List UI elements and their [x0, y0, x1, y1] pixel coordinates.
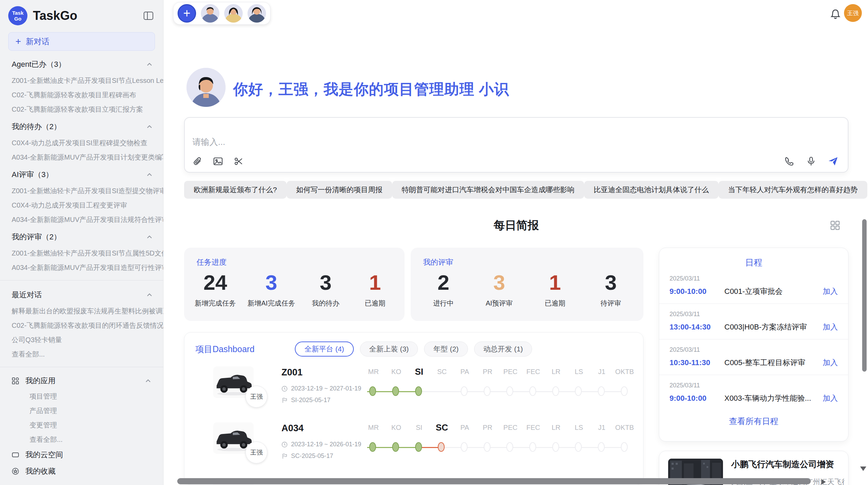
milestone-label: PR: [476, 365, 499, 378]
task-progress-stats: 24新增完成任务 3新增AI完成任务 3我的待办 1已逾期: [184, 270, 405, 308]
add-agent-button[interactable]: +: [178, 4, 196, 23]
project-row-a034[interactable]: 王强 A034 2023-12-19 ~ 2026-01-19 SC-2025-…: [184, 421, 643, 476]
layout-grid-icon[interactable]: [830, 220, 842, 232]
scissors-icon[interactable]: [233, 156, 244, 167]
milestone-label: J1: [590, 421, 613, 434]
sidebar-collapse-icon[interactable]: [143, 10, 154, 22]
stat-value: 3: [307, 270, 345, 295]
join-link[interactable]: 加入: [823, 393, 838, 403]
chat-input-card: [184, 117, 848, 173]
sidebar-item[interactable]: Z001-全新燃油轻卡产品开发项目SI造型提交物评审: [0, 184, 163, 198]
tab-powertrain[interactable]: 动总开发 (1): [474, 341, 532, 357]
stat-label: 已逾期: [356, 299, 394, 308]
chevron-up-icon[interactable]: [146, 123, 153, 130]
cloud-space-label: 我的云空间: [25, 450, 152, 460]
join-link[interactable]: 加入: [823, 322, 838, 332]
group-title: 我的评审（2）: [12, 232, 61, 242]
image-icon[interactable]: [212, 156, 224, 167]
schedule-item: 2025/03/11 9:00-10:00 X003-车辆动力学性能验... 加…: [659, 375, 848, 410]
scroll-down-arrow-icon[interactable]: [860, 467, 866, 471]
schedule-time: 9:00-10:00: [670, 394, 724, 403]
chevron-up-icon[interactable]: [146, 291, 153, 298]
schedule-name: C005-整车工程目标评审: [724, 358, 823, 368]
project-row-z001[interactable]: 王强 Z001 2023-12-19 ~ 2027-01-19 SI-2025-…: [184, 365, 643, 420]
stat-value: 3: [248, 270, 295, 295]
stat-label: 我的待办: [307, 299, 345, 308]
milestone-label: LS: [567, 365, 590, 378]
stat-label: 待评审: [592, 299, 630, 308]
agent-avatar-3[interactable]: [248, 4, 266, 23]
scroll-right-arrow-icon[interactable]: [821, 479, 826, 485]
phone-icon[interactable]: [783, 156, 795, 167]
owner-name: 王强: [250, 448, 263, 457]
schedule-card: 日程 2025/03/11 9:00-10:00 C001-立项审批会 加入 2…: [659, 248, 848, 442]
milestone-label: FEC: [522, 365, 545, 378]
sidebar: Task Go TaskGo + 新对话 Agent已办（3） Z001-全新燃…: [0, 0, 164, 485]
chevron-up-icon[interactable]: [146, 171, 153, 178]
stat-label: 进行中: [424, 299, 462, 308]
sidebar-item[interactable]: A034-全新新能源MUV产品开发项目法规符合性评审: [0, 212, 163, 227]
my-review-stats: 2进行中 3AI预评审 1已逾期 3待评审: [411, 270, 643, 308]
schedule-time: 9:00-10:00: [670, 287, 724, 296]
suggestion-chip[interactable]: 比亚迪全固态电池计划具体说了什么: [584, 181, 719, 199]
sidebar-item-my-apps[interactable]: 我的应用: [0, 373, 163, 389]
send-icon[interactable]: [827, 156, 839, 167]
microphone-icon[interactable]: [805, 156, 817, 167]
sidebar-item[interactable]: A034-全新新能源MUV产品开发项目造型可行性评审: [0, 260, 163, 275]
app-item-project-mgmt[interactable]: 项目管理: [0, 389, 163, 403]
view-all-schedule-link[interactable]: 查看所有日程: [659, 416, 848, 427]
notification-bell-icon[interactable]: [830, 8, 843, 22]
sidebar-item[interactable]: C0X4-动力总成开发项目工程变更评审: [0, 198, 163, 212]
recent-chat-item[interactable]: 公司Q3轻卡销量: [0, 333, 163, 347]
sidebar-item[interactable]: C02-飞腾新能源轻客改款项目立项汇报方案: [0, 102, 163, 116]
chat-input[interactable]: [192, 137, 604, 147]
project-flag-date: SI-2025-05-17: [281, 397, 330, 404]
app-item-change-mgmt[interactable]: 变更管理: [0, 418, 163, 432]
milestone-labels: MRKOSISCPAPRPECFECLRLSJ1OKTB: [362, 365, 636, 378]
sidebar-item[interactable]: Z001-全新燃油轻卡产品开发项目SI节点属性5D文件评审: [0, 246, 163, 260]
group-ai-review[interactable]: AI评审（3）: [0, 166, 163, 184]
greeting-text: 你好，王强，我是你的项目管理助理 小识: [233, 79, 509, 99]
suggestion-chip[interactable]: 当下年轻人对汽车外观有怎样的喜好趋势: [719, 181, 867, 199]
suggestion-chip[interactable]: 特朗普可能对进口汽车增税会对中国车企造成哪些影响: [392, 181, 584, 199]
group-my-review[interactable]: 我的评审（2）: [0, 228, 163, 246]
tab-model-year[interactable]: 年型 (2): [424, 341, 468, 357]
chevron-up-icon[interactable]: [146, 61, 153, 68]
join-link[interactable]: 加入: [823, 358, 838, 368]
schedule-name: C001-立项审批会: [724, 286, 823, 297]
schedule-name: X003-车辆动力学性能验...: [724, 393, 823, 403]
group-my-todo[interactable]: 我的待办（2）: [0, 118, 163, 136]
sidebar-item-favorites[interactable]: 我的收藏: [0, 463, 163, 480]
milestone-dot: [621, 442, 628, 452]
recent-chat-item[interactable]: 解释最新出台的欧盟报废车法规再生塑料比例被调至15%...: [0, 304, 163, 318]
recent-chat-item[interactable]: C02-飞腾新能源轻客改款项目的闭环通告反馈情况: [0, 318, 163, 333]
join-link[interactable]: 加入: [823, 286, 838, 297]
new-chat-button[interactable]: + 新对话: [8, 32, 155, 51]
milestone-label: OKTB: [613, 365, 636, 378]
app-item-product-mgmt[interactable]: 产品管理: [0, 403, 163, 418]
suggestion-chip[interactable]: 如何写一份清晰的项目周报: [287, 181, 392, 199]
paperclip-icon[interactable]: [192, 156, 203, 167]
apps-view-all[interactable]: 查看全部...: [0, 432, 163, 447]
tab-new-body[interactable]: 全新上装 (3): [360, 341, 418, 357]
milestone-label-current: SI: [408, 365, 431, 378]
chevron-up-icon[interactable]: [146, 234, 153, 240]
horizontal-scrollbar[interactable]: [177, 478, 811, 484]
group-agent-done[interactable]: Agent已办（3）: [0, 55, 163, 73]
recent-view-all[interactable]: 查看全部...: [0, 347, 163, 361]
schedule-item: 2025/03/11 10:30-11:30 C005-整车工程目标评审 加入: [659, 339, 848, 375]
project-flag-date: SC-2025-05-17: [281, 452, 333, 460]
chevron-up-icon[interactable]: [145, 377, 152, 384]
sidebar-item[interactable]: C0X4-动力总成开发项目SI里程碑提交物检查: [0, 136, 163, 150]
group-recent-chats[interactable]: 最近对话: [0, 286, 163, 304]
sidebar-item[interactable]: Z001-全新燃油皮卡产品开发项目SI节点Lesson Learn报告: [0, 73, 163, 88]
agent-avatar-2[interactable]: [224, 4, 243, 23]
agent-avatar-1[interactable]: [201, 4, 219, 23]
user-avatar[interactable]: 王强: [844, 4, 862, 22]
tab-new-platform[interactable]: 全新平台 (4): [295, 341, 354, 357]
sidebar-item-cloud-space[interactable]: 我的云空间: [0, 447, 163, 463]
vertical-scrollbar[interactable]: [862, 219, 867, 372]
sidebar-item[interactable]: A034-全新新能源MUV产品开发项目计划变更类编写: [0, 150, 163, 164]
suggestion-chip[interactable]: 欧洲新规最近颁布了什么?: [184, 181, 287, 199]
sidebar-item[interactable]: C02-飞腾新能源轻客改款项目里程碑画布: [0, 88, 163, 102]
